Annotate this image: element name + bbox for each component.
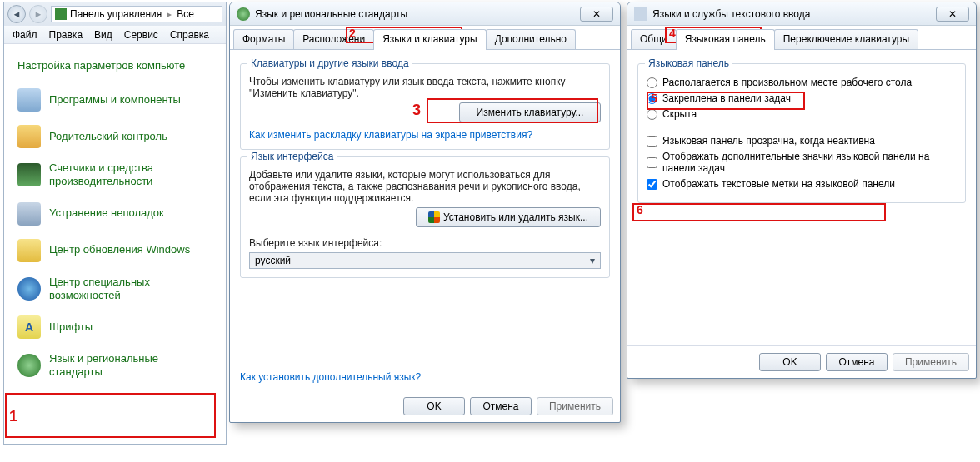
cp-item-label: Центр специальных возможностей — [49, 276, 212, 303]
dialog2-body: Языковая панель Располагается в произвол… — [628, 50, 976, 345]
radio-floating-label: Располагается в произвольном месте рабоч… — [662, 77, 912, 88]
cp-titlebar: ◄ ► Панель управления ▸ Все — [4, 2, 226, 26]
radio-hidden-input[interactable] — [647, 109, 658, 120]
dialog2-ok-button[interactable]: OK — [759, 353, 821, 371]
callout-num-1: 1 — [9, 408, 18, 425]
menu-file[interactable]: Файл — [12, 29, 38, 41]
chk-extra-icons-input[interactable] — [647, 157, 658, 168]
dialog1-ok-button[interactable]: OK — [403, 397, 465, 415]
grp-ui-language: Язык интерфейса Добавьте или удалите язы… — [240, 156, 610, 278]
radio-docked[interactable]: Закреплена в панели задач — [647, 92, 957, 104]
dialog2-apply-button[interactable]: Применить — [892, 353, 969, 371]
grp-language-bar: Языковая панель Располагается в произвол… — [638, 63, 966, 203]
cp-item-label: Счетчики и средства производительности — [49, 161, 212, 189]
dialog1-apply-button[interactable]: Применить — [537, 397, 613, 415]
chk-transparent-label: Языковая панель прозрачна, когда неактив… — [662, 135, 875, 147]
callout-num-3: 3 — [412, 102, 421, 119]
radio-floating[interactable]: Располагается в произвольном месте рабоч… — [647, 77, 957, 88]
cp-item-label: Родительский контроль — [49, 130, 168, 143]
cp-item-label: Устранение неполадок — [49, 206, 164, 220]
address-bar[interactable]: Панель управления ▸ Все — [51, 6, 222, 22]
dialog1-title: Язык и региональные стандарты — [255, 8, 408, 20]
troubleshoot-icon — [18, 202, 41, 226]
chk-text-labels-input[interactable] — [647, 179, 658, 190]
ui-language-dropdown[interactable]: русский — [249, 252, 601, 269]
grp-keyboards: Клавиатуры и другие языки ввода Чтобы из… — [240, 63, 610, 150]
cp-item-update[interactable]: Центр обновления Windows — [11, 232, 219, 269]
chk-transparent[interactable]: Языковая панель прозрачна, когда неактив… — [647, 135, 957, 147]
callout-num-6: 6 — [637, 203, 643, 216]
globe-clock-icon — [18, 354, 41, 377]
close-button[interactable]: ✕ — [936, 7, 969, 22]
tab-languages-keyboards[interactable]: Языки и клавиатуры — [373, 29, 486, 50]
address-root: Панель управления — [70, 8, 162, 20]
menu-help[interactable]: Справка — [170, 29, 209, 41]
dialog2-titlebar: Языки и службы текстового ввода ✕ — [628, 2, 976, 26]
change-keyboard-button[interactable]: Изменить клавиатуру... — [459, 102, 601, 122]
dialog2-cancel-button[interactable]: Отмена — [826, 353, 888, 371]
grp-language-bar-legend: Языковая панель — [645, 57, 732, 69]
dialog1-titlebar: Язык и региональные стандарты ✕ — [230, 2, 620, 26]
install-remove-lang-label: Установить или удалить язык... — [443, 211, 588, 223]
install-extra-lang-link[interactable]: Как установить дополнительный язык? — [240, 371, 610, 383]
cp-item-access[interactable]: Центр специальных возможностей — [11, 269, 219, 310]
grp-keyboards-desc: Чтобы изменить клавиатуру или язык ввода… — [249, 76, 601, 99]
chevron-right-icon: ▸ — [165, 8, 173, 20]
radio-floating-input[interactable] — [647, 77, 658, 88]
grp-ui-language-legend: Язык интерфейса — [248, 151, 337, 162]
cp-heading: Настройка параметров компьюте — [11, 59, 219, 72]
tab-location[interactable]: Расположени — [293, 29, 374, 49]
chk-transparent-input[interactable] — [647, 136, 658, 147]
nav-back-icon[interactable]: ◄ — [8, 5, 26, 23]
cp-list: Программы и компоненты Родительский конт… — [11, 82, 219, 386]
callout-num-2: 2 — [349, 27, 356, 40]
dialog1-footer: OK Отмена Применить — [230, 390, 620, 422]
menu-tools[interactable]: Сервис — [124, 29, 158, 41]
install-remove-lang-button[interactable]: Установить или удалить язык... — [416, 207, 601, 227]
ui-language-value: русский — [255, 255, 291, 266]
globe-icon — [237, 7, 250, 21]
dialog2-title: Языки и службы текстового ввода — [652, 8, 810, 20]
cp-item-language-region[interactable]: Язык и региональные стандарты — [11, 345, 219, 386]
region-language-dialog: Язык и региональные стандарты ✕ Форматы … — [229, 2, 621, 423]
cp-body: Настройка параметров компьюте Программы … — [4, 44, 226, 393]
tab-language-bar[interactable]: Языковая панель — [676, 29, 775, 50]
cp-item-label: Шрифты — [49, 320, 92, 334]
address-crumb: Все — [177, 8, 194, 20]
fonts-icon: A — [18, 315, 41, 339]
radio-docked-label: Закреплена в панели задач — [662, 92, 791, 104]
menu-view[interactable]: Вид — [94, 29, 112, 41]
dialog2-footer: OK Отмена Применить — [628, 345, 976, 378]
nav-fwd-icon[interactable]: ► — [29, 5, 48, 23]
close-button[interactable]: ✕ — [580, 7, 613, 22]
access-icon — [18, 277, 41, 301]
cp-item-fonts[interactable]: A Шрифты — [11, 309, 219, 345]
cp-item-label: Центр обновления Windows — [49, 243, 190, 256]
uac-shield-icon — [428, 211, 440, 223]
dialog1-body: Клавиатуры и другие языки ввода Чтобы из… — [230, 50, 620, 390]
dialog1-tabs: Форматы Расположени Языки и клавиатуры Д… — [230, 26, 620, 50]
cp-item-label: Программы и компоненты — [49, 93, 181, 107]
cp-item-programs[interactable]: Программы и компоненты — [11, 82, 219, 118]
menu-edit[interactable]: Правка — [49, 29, 83, 41]
tab-advanced[interactable]: Дополнительно — [486, 29, 576, 49]
welcome-layout-link[interactable]: Как изменить раскладку клавиатуры на экр… — [249, 129, 532, 141]
parental-icon — [18, 125, 41, 148]
keyboard-icon — [634, 7, 648, 21]
cp-item-parental[interactable]: Родительский контроль — [11, 118, 219, 155]
cp-item-perf[interactable]: Счетчики и средства производительности — [11, 155, 219, 196]
chk-extra-icons-label: Отображать дополнительные значки языково… — [662, 151, 957, 174]
programs-icon — [18, 88, 41, 112]
update-icon — [18, 239, 41, 262]
chk-extra-icons[interactable]: Отображать дополнительные значки языково… — [647, 151, 957, 174]
perf-icon — [18, 163, 41, 186]
tab-formats[interactable]: Форматы — [233, 29, 294, 49]
callout-num-5: 5 — [651, 92, 658, 105]
radio-hidden[interactable]: Скрыта — [647, 108, 957, 120]
cp-item-troubleshoot[interactable]: Устранение неполадок — [11, 196, 219, 232]
select-lang-label: Выберите язык интерфейса: — [249, 237, 601, 249]
chk-text-labels[interactable]: Отображать текстовые метки на языковой п… — [647, 178, 957, 190]
dialog1-cancel-button[interactable]: Отмена — [470, 397, 532, 415]
tab-switch-keyboard[interactable]: Переключение клавиатуры — [774, 29, 918, 49]
cp-icon — [55, 8, 67, 20]
